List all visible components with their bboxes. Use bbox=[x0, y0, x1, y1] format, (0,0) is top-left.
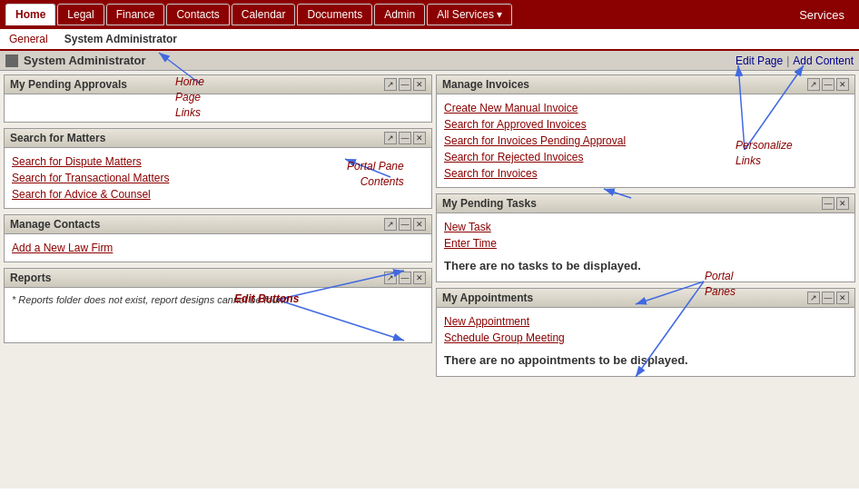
page-icon bbox=[5, 54, 18, 67]
separator: | bbox=[786, 54, 789, 67]
pane-minimize-btn-5[interactable]: — bbox=[822, 78, 834, 91]
link-search-transactional[interactable]: Search for Transactional Matters bbox=[12, 170, 424, 186]
pane-close-btn-6[interactable]: ✕ bbox=[836, 197, 849, 210]
link-search-advice[interactable]: Search for Advice & Counsel bbox=[12, 186, 424, 203]
pane-controls-2: ↗ — ✕ bbox=[384, 132, 426, 144]
pane-pending-approvals: My Pending Approvals ↗ — ✕ bbox=[4, 74, 432, 123]
tab-documents[interactable]: Documents bbox=[297, 4, 372, 25]
pane-controls-6: — ✕ bbox=[822, 197, 849, 210]
pane-manage-contacts-title: Manage Contacts bbox=[10, 218, 100, 231]
pane-manage-invoices: Manage Invoices ↗ — ✕ Create New Manual … bbox=[436, 74, 855, 188]
pane-appointments-body: New Appointment Schedule Group Meeting T… bbox=[437, 308, 854, 376]
pane-expand-btn[interactable]: ↗ bbox=[384, 78, 397, 91]
pane-manage-contacts: Manage Contacts ↗ — ✕ Add a New Law Firm bbox=[4, 214, 432, 262]
subnav-system-administrator[interactable]: System Administrator bbox=[61, 31, 181, 47]
link-new-appointment[interactable]: New Appointment bbox=[444, 313, 847, 330]
pane-pending-tasks-header: My Pending Tasks — ✕ bbox=[437, 194, 854, 213]
no-tasks-message: There are no tasks to be displayed. bbox=[444, 252, 847, 276]
pane-minimize-btn-2[interactable]: — bbox=[399, 132, 411, 144]
right-column: Manage Invoices ↗ — ✕ Create New Manual … bbox=[436, 74, 855, 485]
link-search-dispute[interactable]: Search for Dispute Matters bbox=[12, 153, 424, 170]
pane-appointments-header: My Appointments ↗ — ✕ bbox=[437, 289, 854, 308]
link-search-rejected-invoices[interactable]: Search for Rejected Invoices bbox=[444, 149, 847, 165]
pane-expand-btn-7[interactable]: ↗ bbox=[807, 292, 820, 304]
pane-manage-invoices-body: Create New Manual Invoice Search for App… bbox=[437, 94, 854, 187]
pane-controls: ↗ — ✕ bbox=[384, 78, 426, 91]
pane-minimize-btn-4[interactable]: — bbox=[399, 272, 411, 284]
pane-reports-title: Reports bbox=[10, 272, 51, 284]
tab-home[interactable]: Home bbox=[5, 4, 55, 25]
pane-expand-btn-5[interactable]: ↗ bbox=[807, 78, 820, 91]
pane-controls-4: ↗ — ✕ bbox=[384, 272, 426, 284]
pane-close-btn-2[interactable]: ✕ bbox=[413, 132, 426, 144]
pane-minimize-btn-3[interactable]: — bbox=[399, 218, 411, 231]
sub-nav: General System Administrator bbox=[0, 29, 859, 51]
main-content: My Pending Approvals ↗ — ✕ Search for Ma… bbox=[0, 71, 859, 489]
pane-close-btn[interactable]: ✕ bbox=[413, 78, 426, 91]
tab-finance[interactable]: Finance bbox=[106, 4, 165, 25]
link-schedule-group-meeting[interactable]: Schedule Group Meeting bbox=[444, 330, 847, 346]
tab-legal[interactable]: Legal bbox=[57, 4, 104, 25]
no-appointments-message: There are no appointments to be displaye… bbox=[444, 346, 847, 371]
page-title-actions: Edit Page | Add Content bbox=[736, 54, 854, 67]
page-title-bar: System Administrator Edit Page | Add Con… bbox=[0, 51, 859, 71]
pane-close-btn-3[interactable]: ✕ bbox=[413, 218, 426, 231]
link-search-invoices[interactable]: Search for Invoices bbox=[444, 165, 847, 182]
pane-close-btn-7[interactable]: ✕ bbox=[836, 292, 849, 304]
link-new-task[interactable]: New Task bbox=[444, 219, 847, 235]
pane-pending-approvals-body bbox=[5, 94, 431, 122]
tab-calendar[interactable]: Calendar bbox=[232, 4, 296, 25]
pane-search-matters-header: Search for Matters ↗ — ✕ bbox=[5, 129, 431, 148]
pane-search-matters: Search for Matters ↗ — ✕ Search for Disp… bbox=[4, 128, 432, 209]
pane-pending-approvals-title: My Pending Approvals bbox=[10, 78, 127, 91]
tab-contacts[interactable]: Contacts bbox=[166, 4, 229, 25]
pane-appointments-title: My Appointments bbox=[442, 292, 533, 304]
pane-search-matters-body: Search for Dispute Matters Search for Tr… bbox=[5, 148, 431, 208]
add-content-button[interactable]: Add Content bbox=[793, 54, 854, 67]
pane-manage-invoices-title: Manage Invoices bbox=[442, 78, 529, 91]
pane-close-btn-4[interactable]: ✕ bbox=[413, 272, 426, 284]
link-enter-time[interactable]: Enter Time bbox=[444, 235, 847, 252]
link-search-approved-invoices[interactable]: Search for Approved Invoices bbox=[444, 116, 847, 133]
pane-pending-approvals-header: My Pending Approvals ↗ — ✕ bbox=[5, 75, 431, 94]
reports-note: * Reports folder does not exist, report … bbox=[12, 291, 289, 309]
pane-manage-invoices-header: Manage Invoices ↗ — ✕ bbox=[437, 75, 854, 94]
link-search-invoices-pending[interactable]: Search for Invoices Pending Approval bbox=[444, 133, 847, 149]
services-label: Services bbox=[790, 5, 854, 25]
pane-expand-btn-2[interactable]: ↗ bbox=[384, 132, 397, 144]
page-title: System Administrator bbox=[24, 54, 146, 67]
pane-close-btn-5[interactable]: ✕ bbox=[836, 78, 849, 91]
pane-minimize-btn-7[interactable]: — bbox=[822, 292, 834, 304]
link-create-manual-invoice[interactable]: Create New Manual Invoice bbox=[444, 100, 847, 116]
pane-controls-7: ↗ — ✕ bbox=[807, 292, 849, 304]
pane-minimize-btn[interactable]: — bbox=[399, 78, 411, 91]
subnav-general[interactable]: General bbox=[5, 31, 52, 47]
edit-page-button[interactable]: Edit Page bbox=[736, 54, 783, 67]
pane-reports: Reports ↗ — ✕ * Reports folder does not … bbox=[4, 268, 432, 343]
pane-controls-3: ↗ — ✕ bbox=[384, 218, 426, 231]
pane-appointments: My Appointments ↗ — ✕ New Appointment Sc… bbox=[436, 288, 855, 377]
page-wrapper: Home Legal Finance Contacts Calendar Doc… bbox=[0, 0, 859, 489]
link-add-law-firm[interactable]: Add a New Law Firm bbox=[12, 240, 424, 256]
pane-minimize-btn-6[interactable]: — bbox=[822, 197, 834, 210]
top-nav: Home Legal Finance Contacts Calendar Doc… bbox=[0, 0, 859, 29]
pane-manage-contacts-body: Add a New Law Firm bbox=[5, 234, 431, 262]
pane-reports-body: * Reports folder does not exist, report … bbox=[5, 288, 431, 342]
pane-reports-header: Reports ↗ — ✕ bbox=[5, 269, 431, 288]
pane-pending-tasks: My Pending Tasks — ✕ New Task Enter Time… bbox=[436, 193, 855, 282]
tab-all-services[interactable]: All Services ▾ bbox=[427, 4, 512, 25]
pane-manage-contacts-header: Manage Contacts ↗ — ✕ bbox=[5, 215, 431, 234]
pane-controls-5: ↗ — ✕ bbox=[807, 78, 849, 91]
pane-pending-tasks-body: New Task Enter Time There are no tasks t… bbox=[437, 213, 854, 282]
pane-pending-tasks-title: My Pending Tasks bbox=[442, 197, 537, 210]
tab-admin[interactable]: Admin bbox=[374, 4, 425, 25]
left-column: My Pending Approvals ↗ — ✕ Search for Ma… bbox=[4, 74, 436, 485]
pane-expand-btn-3[interactable]: ↗ bbox=[384, 218, 397, 231]
pane-expand-btn-4[interactable]: ↗ bbox=[384, 272, 397, 284]
pane-search-matters-title: Search for Matters bbox=[10, 132, 105, 144]
